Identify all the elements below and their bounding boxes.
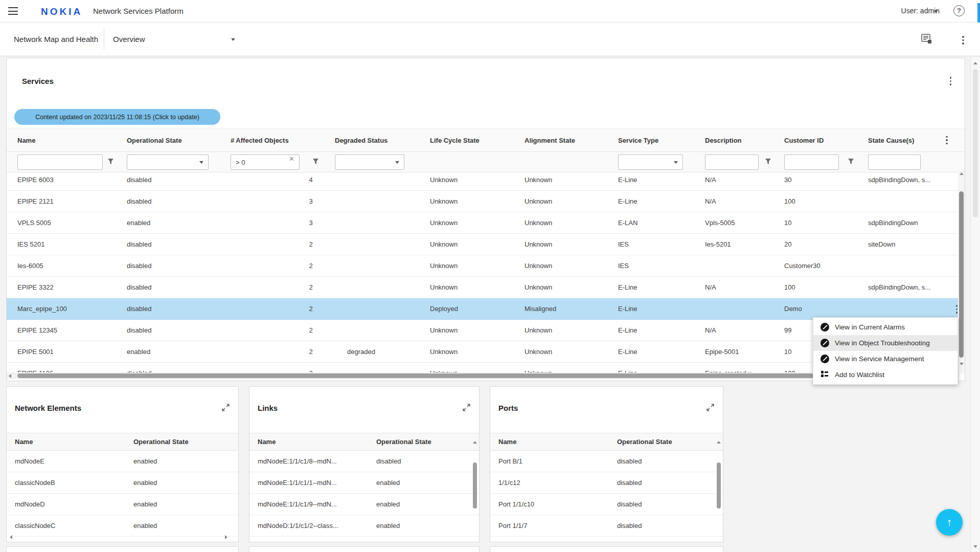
filter-customer-id-input[interactable] [785,155,838,169]
cell-life-cycle-state: Unknown [430,219,525,227]
network-elements-hscrollbar[interactable] [9,534,229,540]
services-vscroll-thumb[interactable] [959,191,964,358]
list-item[interactable]: 1/1/c12 disabled [490,472,723,494]
filter-description-funnel-icon[interactable] [765,158,771,166]
filter-name-box [17,154,103,170]
cell-life-cycle-state: Unknown [430,283,525,291]
links-title: Links [258,404,278,412]
report-view-icon[interactable] [921,34,932,46]
network-elements-expand-icon[interactable] [221,403,230,413]
cell-operational-state: disabled [127,176,231,184]
list-item[interactable]: mdNodeE:1/1/c1/8--mdN... disabled [249,451,479,472]
row-kebab-icon[interactable] [956,305,958,314]
filter-affected-clear-icon[interactable]: ✕ [289,155,294,163]
table-row[interactable]: VPLS 5005 enabled 3 Unknown Unknown E-LA… [7,212,965,234]
table-header-kebab-icon[interactable] [946,136,948,145]
list-item[interactable]: mdNodeE:1/1/c1/1--mdN... enabled [249,472,479,494]
links-expand-icon[interactable] [462,403,471,413]
filter-degraded-status-select[interactable] [335,154,404,170]
cell-name: EPIPE 12345 [7,326,127,334]
cell-description: N/A [705,197,784,205]
item-name: mdNodeE [15,457,44,465]
column-header-life-cycle-state[interactable]: Life Cycle State [430,137,525,144]
table-row[interactable]: Ies-6005 disabled 2 Unknown Unknown IES … [7,255,965,277]
content-updated-pill[interactable]: Content updated on 2023/11/25 11:08:15 (… [14,109,220,125]
table-row[interactable]: EPIPE 3322 disabled 2 Unknown Unknown E-… [7,277,965,298]
cell-name: IES 5201 [7,240,127,248]
view-selector-caret-icon[interactable] [231,38,235,41]
table-row[interactable]: IES 5201 disabled 2 Unknown Unknown IES … [7,234,965,255]
ports-vscroll-thumb[interactable] [717,462,721,509]
cell-alignment-state: Unknown [525,219,618,227]
page-vertical-scrollbar[interactable] [970,58,980,552]
column-header-alignment-state[interactable]: Alignment State [525,137,618,144]
filter-description-input[interactable] [705,155,758,169]
user-caret-icon[interactable] [934,10,938,13]
filter-name-input[interactable] [18,155,102,169]
cell-name: EPIPE 2121 [7,197,127,205]
cell-description: N/A [705,283,784,291]
filter-operational-state-select[interactable] [127,154,209,170]
view-selector[interactable]: Overview [113,35,241,43]
list-item[interactable]: mdNodeE:1/1/c1/9--mdN... enabled [249,494,479,515]
column-header-customer-id[interactable]: Customer ID [784,137,868,144]
column-header-state-causes[interactable]: State Cause(s) [868,137,943,144]
help-icon[interactable]: ? [953,5,965,16]
list-item[interactable]: classicNodeB enabled [7,472,238,494]
scroll-to-top-button[interactable]: ↑ [936,509,963,536]
toolbar-kebab-icon[interactable] [962,36,964,45]
context-menu-item[interactable]: View in Service Management [813,351,958,367]
cell-customer-id: 100 [784,283,868,291]
cell-service-type: E-Line [618,283,705,291]
links-vertical-scrollbar[interactable] [472,452,477,539]
context-menu-item[interactable]: Add to Watchlist [813,367,958,383]
services-table-header: Name Operational State # Affected Object… [7,128,965,152]
filter-affected-funnel-icon[interactable] [312,158,319,166]
cell-life-cycle-state: Deployed [430,305,525,313]
table-row[interactable]: Marc_epipe_100 disabled 2 Deployed Misal… [7,298,965,320]
column-header-description[interactable]: Description [705,137,784,144]
cell-name: Marc_epipe_100 [7,305,127,313]
filter-customer-id-funnel-icon[interactable] [848,158,854,166]
cell-affected-objects: 3 [231,219,335,227]
list-item[interactable]: classicNodeC enabled [7,515,238,537]
context-menu-item[interactable]: View in Current Alarms [813,319,958,335]
crosslaunch-circle-icon [821,339,829,347]
list-item[interactable]: Port 1/1/7 disabled [490,515,723,537]
column-header-service-type[interactable]: Service Type [618,137,705,144]
item-operational-state: disabled [617,522,642,529]
filter-state-causes-input[interactable] [869,155,920,169]
cell-service-type: E-Line [618,197,705,205]
column-header-name[interactable]: Name [7,137,127,144]
column-header-degraded-status[interactable]: Degraded Status [335,137,430,144]
hamburger-menu-icon[interactable] [8,7,18,15]
ports-header: Name Operational State [490,433,723,451]
column-header-affected-objects[interactable]: # Affected Objects [231,137,335,144]
list-item[interactable]: mdNodeD:1/1/c1/2--class... enabled [249,515,479,537]
list-item[interactable]: mdNodeD enabled [7,494,238,515]
filter-name-funnel-icon[interactable] [107,158,114,166]
toolbar-divider [104,28,104,50]
list-item[interactable]: Port 1/1/c10 disabled [490,494,723,515]
filter-service-type-select[interactable] [618,154,683,170]
services-vertical-scrollbar[interactable] [958,169,965,373]
services-hscroll-thumb[interactable] [17,373,813,378]
table-row[interactable]: EPIPE 6003 disabled 4 Unknown Unknown E-… [7,169,965,191]
item-operational-state: enabled [133,479,157,487]
cell-affected-objects: 2 [231,348,335,356]
cell-description: Epipe-5001 [705,348,784,356]
table-row[interactable]: EPIPE 2121 disabled 3 Unknown Unknown E-… [7,191,965,212]
cell-service-type: IES [618,262,705,270]
links-vscroll-thumb[interactable] [473,462,477,509]
ports-expand-icon[interactable] [706,403,715,413]
services-kebab-icon[interactable] [950,77,952,85]
list-item[interactable]: mdNodeE enabled [7,451,238,472]
list-item[interactable]: Port B/1 disabled [490,451,723,472]
ports-col-op-state: Operational State [617,438,672,446]
page-vscroll-thumb[interactable] [973,69,978,217]
context-menu-item[interactable]: View in Object Troubleshooting [813,335,958,351]
item-operational-state: enabled [376,479,400,487]
ports-vertical-scrollbar[interactable] [716,452,721,539]
column-header-operational-state[interactable]: Operational State [127,137,231,144]
item-name: mdNodeD [15,500,45,508]
